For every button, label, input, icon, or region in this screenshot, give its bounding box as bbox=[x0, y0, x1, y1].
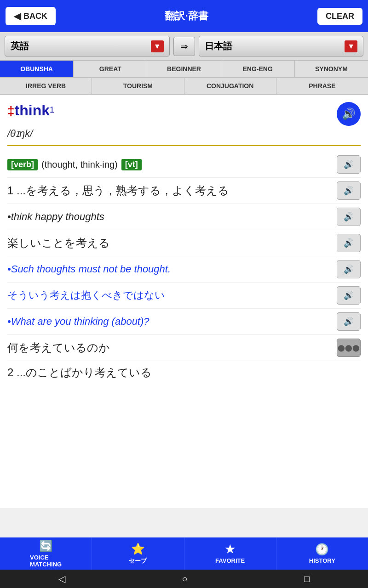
definition1-text: 1 ...を考える，思う，熟考する，よく考える bbox=[7, 183, 332, 198]
example3-en-content: •What are you thinking (about)? bbox=[7, 316, 337, 328]
example2-jp-content: そういう考えは抱くべきではない bbox=[7, 288, 337, 302]
ex2jp-sound-button[interactable]: 🔊 bbox=[337, 286, 361, 305]
swap-lang-button[interactable]: ⇒ bbox=[173, 37, 195, 56]
example1-jp-text: 楽しいことを考える bbox=[7, 235, 332, 251]
tab-great[interactable]: GREAT bbox=[74, 61, 147, 77]
verb-tag: [verb] bbox=[7, 159, 38, 170]
pronunciation: /θɪŋk/ bbox=[7, 128, 361, 140]
ex1jp-sound-icon: 🔊 bbox=[344, 238, 354, 248]
header-title: 翻訳·辞書 bbox=[165, 9, 208, 23]
voice-matching-label: VOICEMATCHING bbox=[30, 554, 62, 568]
def1-sound-button[interactable]: 🔊 bbox=[337, 181, 361, 200]
verb-entry-content: [verb] (thought, think·ing) [vt] bbox=[7, 159, 337, 170]
tab-row-1: OBUNSHA GREAT BEGINNER ENG-ENG SYNONYM bbox=[0, 61, 368, 78]
ex1jp-sound-button[interactable]: 🔊 bbox=[337, 234, 361, 252]
tab-irreg-verb[interactable]: IRREG VERB bbox=[0, 78, 92, 94]
ex3en-sound-icon: 🔊 bbox=[344, 317, 354, 327]
definition2-content: 2 ...のことばかり考えている bbox=[7, 365, 361, 380]
nav-bar: ◁ ○ □ bbox=[0, 570, 368, 588]
word-title-container: ‡think1 bbox=[7, 102, 54, 119]
target-lang-button[interactable]: 日本語 ▼ bbox=[199, 36, 364, 57]
definition2-text: 2 ...のことばかり考えている bbox=[7, 365, 356, 380]
source-lang-button[interactable]: 英語 ▼ bbox=[5, 36, 170, 57]
ex3en-sound-button[interactable]: 🔊 bbox=[337, 312, 361, 331]
vt-tag: [vt] bbox=[121, 159, 142, 170]
example1-en-text: •think happy thoughts bbox=[7, 211, 332, 223]
nav-back-icon[interactable]: ◁ bbox=[58, 573, 65, 584]
ex2en-sound-icon: 🔊 bbox=[344, 264, 354, 274]
nav-home-icon[interactable]: ○ bbox=[182, 574, 187, 584]
voice-matching-button[interactable]: 🔄 VOICEMATCHING bbox=[0, 537, 92, 570]
verb-sound-button[interactable]: 🔊 bbox=[337, 155, 361, 174]
nav-square-icon[interactable]: □ bbox=[304, 574, 310, 584]
save-icon: ⭐ bbox=[131, 543, 145, 555]
def1-sound-icon: 🔊 bbox=[344, 186, 354, 196]
favorite-label: FAVORITE bbox=[215, 557, 245, 564]
verb-entry-row: [verb] (thought, think·ing) [vt] 🔊 bbox=[7, 152, 361, 178]
tab-conjugation[interactable]: CONJUGATION bbox=[184, 78, 276, 94]
source-lang-label: 英語 bbox=[11, 40, 29, 52]
ex3jp-sound-icon: ⬤⬤⬤ bbox=[338, 344, 360, 351]
header: ◀ BACK 翻訳·辞書 CLEAR bbox=[0, 0, 368, 32]
tab-beginner[interactable]: BEGINNER bbox=[147, 61, 221, 77]
example2-jp-row: そういう考えは抱くべきではない 🔊 bbox=[7, 283, 361, 309]
ex2en-sound-button[interactable]: 🔊 bbox=[337, 260, 361, 278]
definition2-row: 2 ...のことばかり考えている bbox=[7, 361, 361, 384]
example2-en-text: •Such thoughts must not be thought. bbox=[7, 263, 332, 275]
word-header: ‡think1 🔊 bbox=[7, 102, 361, 126]
back-arrow-icon: ◀ bbox=[14, 11, 21, 22]
swap-icon: ⇒ bbox=[180, 41, 188, 51]
word-superscript: 1 bbox=[50, 105, 54, 114]
tab-row-2: IRREG VERB TOURISM CONJUGATION PHRASE bbox=[0, 78, 368, 95]
source-lang-dropdown-icon[interactable]: ▼ bbox=[151, 40, 164, 52]
tab-tourism[interactable]: TOURISM bbox=[92, 78, 184, 94]
verb-sound-icon: 🔊 bbox=[344, 159, 354, 170]
example3-jp-content: 何を考えているのか bbox=[7, 340, 337, 356]
tab-eng-eng[interactable]: ENG-ENG bbox=[221, 61, 295, 77]
example1-jp-content: 楽しいことを考える bbox=[7, 235, 337, 251]
example3-jp-row: 何を考えているのか ⬤⬤⬤ bbox=[7, 335, 361, 361]
save-button[interactable]: ⭐ セーブ bbox=[92, 537, 184, 570]
example3-jp-text: 何を考えているのか bbox=[7, 340, 332, 356]
ex3jp-sound-button[interactable]: ⬤⬤⬤ bbox=[337, 339, 361, 357]
favorite-button[interactable]: ★ FAVORITE bbox=[184, 537, 276, 570]
bottom-toolbar: 🔄 VOICEMATCHING ⭐ セーブ ★ FAVORITE 🕐 HISTO… bbox=[0, 537, 368, 570]
back-button[interactable]: ◀ BACK bbox=[6, 7, 56, 25]
main-sound-icon: 🔊 bbox=[342, 107, 356, 120]
tab-synonym[interactable]: SYNONYM bbox=[295, 61, 368, 77]
dictionary-content: ‡think1 🔊 /θɪŋk/ [verb] (thought, think·… bbox=[0, 95, 368, 508]
favorite-icon: ★ bbox=[225, 543, 235, 556]
example1-jp-row: 楽しいことを考える 🔊 bbox=[7, 230, 361, 256]
target-lang-label: 日本語 bbox=[205, 40, 232, 52]
definition1-content: 1 ...を考える，思う，熟考する，よく考える bbox=[7, 183, 337, 198]
ex2jp-sound-icon: 🔊 bbox=[344, 290, 354, 300]
example3-en-text: •What are you thinking (about)? bbox=[7, 316, 332, 328]
ex1en-sound-button[interactable]: 🔊 bbox=[337, 208, 361, 226]
lang-selector-row: 英語 ▼ ⇒ 日本語 ▼ bbox=[0, 32, 368, 61]
definition1-row: 1 ...を考える，思う，熟考する，よく考える 🔊 bbox=[7, 178, 361, 204]
main-sound-button[interactable]: 🔊 bbox=[337, 102, 361, 126]
example1-en-row: •think happy thoughts 🔊 bbox=[7, 204, 361, 230]
history-icon: 🕐 bbox=[315, 543, 329, 556]
history-label: HISTORY bbox=[309, 557, 335, 564]
word-main: think bbox=[15, 102, 50, 119]
example2-en-row: •Such thoughts must not be thought. 🔊 bbox=[7, 256, 361, 283]
back-label: BACK bbox=[23, 11, 47, 21]
example1-en-content: •think happy thoughts bbox=[7, 211, 337, 223]
example3-en-row: •What are you thinking (about)? 🔊 bbox=[7, 309, 361, 335]
verb-forms: (thought, think·ing) bbox=[41, 159, 118, 170]
tab-phrase[interactable]: PHRASE bbox=[276, 78, 368, 94]
history-button[interactable]: 🕐 HISTORY bbox=[276, 537, 368, 570]
divider bbox=[7, 145, 361, 146]
voice-matching-icon: 🔄 bbox=[39, 540, 53, 553]
example2-jp-text: そういう考えは抱くべきではない bbox=[7, 288, 332, 302]
example2-en-content: •Such thoughts must not be thought. bbox=[7, 263, 337, 275]
clear-button[interactable]: CLEAR bbox=[317, 8, 362, 25]
target-lang-dropdown-icon[interactable]: ▼ bbox=[345, 40, 357, 52]
word-marker: ‡ bbox=[7, 104, 15, 118]
tab-obunsha[interactable]: OBUNSHA bbox=[0, 61, 74, 77]
ex1en-sound-icon: 🔊 bbox=[344, 212, 354, 222]
save-label: セーブ bbox=[129, 557, 147, 565]
